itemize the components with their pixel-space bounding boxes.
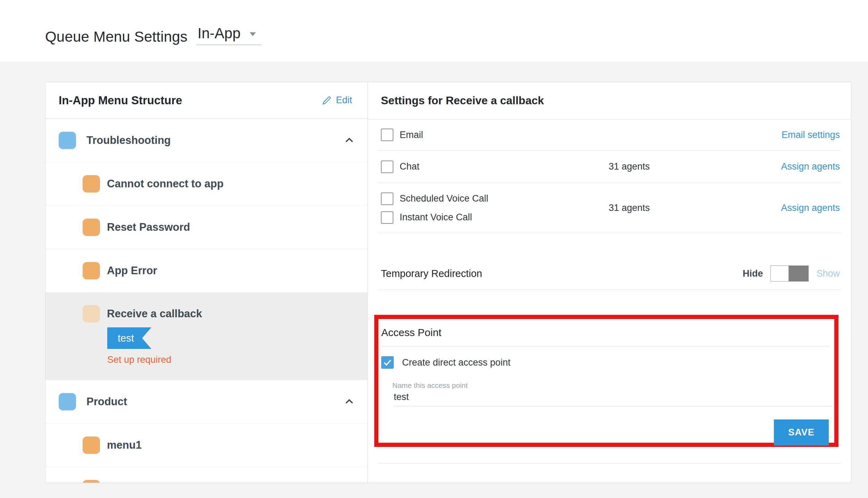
menu-item-troubleshooting[interactable]: Troubleshooting <box>45 119 367 162</box>
access-point-header: Access Point <box>381 319 830 346</box>
bottom-band <box>0 483 868 498</box>
save-row: SAVE <box>381 419 830 446</box>
settings-title: Settings for Receive a callback <box>381 94 544 107</box>
chevron-up-icon[interactable] <box>344 396 367 407</box>
settings-header: Settings for Receive a callback <box>368 82 851 120</box>
category-icon <box>59 393 76 410</box>
channel-row-email: Email Email settings <box>368 120 851 150</box>
menu-icon <box>83 262 100 279</box>
create-access-point-label: Create direct access point <box>402 357 510 368</box>
menu-item-cannot-connect-to-app[interactable]: Cannot connect to app <box>45 162 367 206</box>
menu-icon <box>83 175 100 193</box>
page-title: Queue Menu Settings <box>45 28 187 45</box>
create-access-point-row: Create direct access point <box>381 356 830 369</box>
email-checkbox[interactable] <box>381 129 393 141</box>
email-settings-link[interactable]: Email settings <box>782 130 840 140</box>
divider <box>377 463 841 464</box>
menu-item-label: Reset Password <box>107 221 190 234</box>
access-point-title: Access Point <box>381 327 441 338</box>
menu-icon <box>83 305 100 323</box>
menu-item-product[interactable]: Product <box>45 380 367 424</box>
channel-row-voice: Scheduled Voice Call Instant Voice Call … <box>368 183 851 233</box>
chat-checkbox[interactable] <box>381 161 393 173</box>
access-point-name-label: Name this access point <box>392 381 830 390</box>
voice-agents-count: 31 agents <box>609 203 650 213</box>
chat-label: Chat <box>400 161 419 172</box>
temporary-redirection-row: Temporary Redirection Hide Show <box>368 233 851 289</box>
visibility-toggle-cluster: Hide Show <box>743 266 840 281</box>
email-label: Email <box>400 130 423 140</box>
instant-voice-call-label: Instant Voice Call <box>400 212 472 223</box>
voice-options: Scheduled Voice Call Instant Voice Call <box>381 193 488 224</box>
setup-required-note: Set up required <box>107 354 172 365</box>
menu-structure-panel: In-App Menu Structure Edit Troubleshooti… <box>45 82 368 483</box>
category-icon <box>59 132 76 149</box>
menu-item-label: menu1 <box>107 439 142 451</box>
channel-selector-value: In-App <box>198 25 241 42</box>
chevron-up-icon[interactable] <box>344 135 367 146</box>
main-card: In-App Menu Structure Edit Troubleshooti… <box>45 82 851 483</box>
spacer <box>368 447 851 463</box>
show-label: Show <box>816 268 840 279</box>
menu-item-label: Product <box>86 395 127 408</box>
menu-item-reset-password[interactable]: Reset Password <box>45 206 367 249</box>
menu-item-menu1[interactable]: menu1 <box>45 424 367 467</box>
menu-icon <box>83 480 100 483</box>
spacer <box>368 290 851 315</box>
caret-down-icon <box>250 32 256 36</box>
create-access-point-checkbox[interactable] <box>381 356 394 369</box>
access-point-badge: test <box>107 327 151 349</box>
visibility-toggle[interactable] <box>770 266 809 281</box>
voice-assign-agents-link[interactable]: Assign agents <box>781 203 840 213</box>
menu-item-app-error[interactable]: App Error <box>45 249 367 293</box>
access-point-name-input[interactable] <box>394 392 833 406</box>
page-header: Queue Menu Settings In-App <box>45 25 261 45</box>
menu-item-receive-a-callback[interactable]: Receive a callback test Set up required <box>45 293 367 380</box>
scheduled-voice-call-option: Scheduled Voice Call <box>381 193 488 205</box>
channel-selector[interactable]: In-App <box>196 25 261 45</box>
chat-assign-agents-link[interactable]: Assign agents <box>781 161 840 172</box>
menu-item-label: Receive a callback <box>107 308 202 320</box>
menu-item-label: Troubleshooting <box>86 134 171 147</box>
instant-voice-call-checkbox[interactable] <box>381 211 393 224</box>
menu-icon <box>83 436 100 454</box>
scheduled-voice-call-label: Scheduled Voice Call <box>400 193 488 204</box>
pencil-icon <box>322 96 332 105</box>
edit-label: Edit <box>336 95 352 106</box>
instant-voice-call-option: Instant Voice Call <box>381 211 488 224</box>
temporary-redirection-label: Temporary Redirection <box>381 268 482 279</box>
menu-item-menu2[interactable]: menu2 <box>45 467 367 483</box>
menu-item-label: App Error <box>107 264 157 277</box>
chat-agents-count: 31 agents <box>609 161 650 172</box>
selected-item-main: Receive a callback <box>83 305 202 323</box>
save-button[interactable]: SAVE <box>774 419 829 446</box>
menu-structure-header: In-App Menu Structure Edit <box>45 82 367 119</box>
edit-button[interactable]: Edit <box>322 95 352 106</box>
hide-label: Hide <box>743 268 763 279</box>
access-point-section: Access Point Create direct access point … <box>374 315 838 447</box>
settings-panel: Settings for Receive a callback Email Em… <box>368 82 851 483</box>
checkmark-icon <box>383 358 392 367</box>
menu-item-label: menu2 <box>107 482 142 483</box>
menu-icon <box>83 219 100 236</box>
scheduled-voice-call-checkbox[interactable] <box>381 193 393 205</box>
panel-title: In-App Menu Structure <box>59 94 182 107</box>
menu-item-label: Cannot connect to app <box>107 178 224 190</box>
channel-row-chat: Chat 31 agents Assign agents <box>368 150 851 183</box>
toggle-knob <box>770 266 789 281</box>
